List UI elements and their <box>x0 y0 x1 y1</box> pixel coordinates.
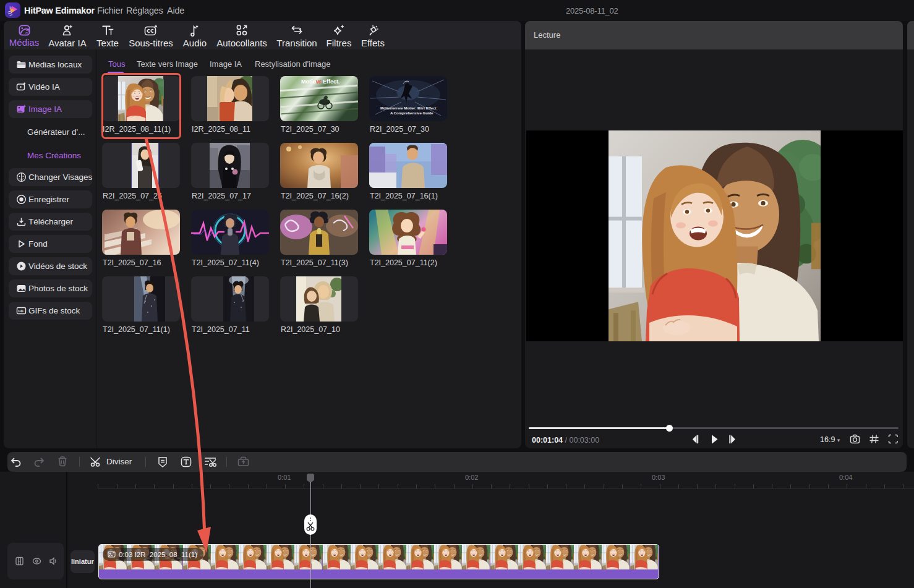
svg-text:ANIMATE YOUR PHOTO IN CLICKS: ANIMATE YOUR PHOTO IN CLICKS <box>305 86 346 89</box>
svg-text:A Comprehensive Guide: A Comprehensive Guide <box>390 111 434 115</box>
svg-text:GIF: GIF <box>18 309 24 313</box>
svg-text:Mditerierrere Motier: Biirt Ef: Mditerierrere Motier: Biirt Effect: <box>380 106 437 110</box>
svg-text:Motiovr Effect.: Motiovr Effect. <box>301 79 340 85</box>
